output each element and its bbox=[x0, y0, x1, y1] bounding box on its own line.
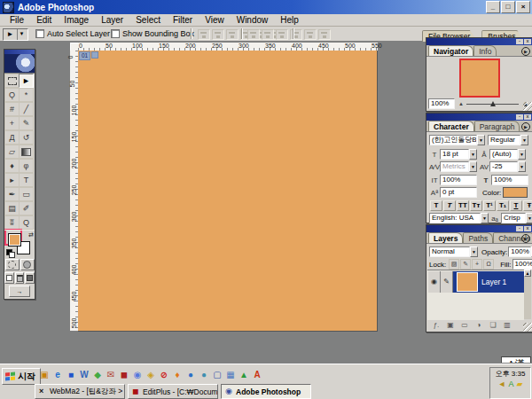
layer-thumbnail[interactable] bbox=[457, 272, 478, 292]
path-selection-tool[interactable]: ▸ bbox=[4, 173, 20, 187]
tracking-field[interactable]: -25 bbox=[489, 161, 518, 172]
tool-preset-picker[interactable]: ► ▼ bbox=[3, 28, 28, 41]
chevron-down-icon[interactable]: ▼ bbox=[469, 149, 477, 160]
antialias-select[interactable]: Crisp bbox=[501, 213, 526, 223]
font-style-select[interactable]: Regular bbox=[488, 135, 520, 145]
fill-field[interactable]: 100% bbox=[512, 259, 532, 270]
layers-scrollbar[interactable]: ▲ bbox=[524, 270, 531, 319]
chevron-down-icon[interactable]: ▼ bbox=[481, 213, 489, 223]
healing-brush-tool[interactable]: + bbox=[4, 116, 20, 130]
clone-stamp-tool[interactable]: Д bbox=[4, 130, 20, 145]
ime-korean-icon[interactable]: A bbox=[508, 379, 513, 388]
notes-tool[interactable]: ▤ bbox=[4, 201, 20, 215]
history-brush-tool[interactable]: ↺ bbox=[19, 130, 34, 145]
chevron-down-icon[interactable]: ▼ bbox=[526, 213, 532, 223]
panel-resize-grip[interactable] bbox=[523, 102, 532, 111]
network-icon[interactable]: ▦ bbox=[225, 370, 236, 380]
navigator-zoom-field[interactable]: 100% bbox=[428, 98, 455, 109]
distribute-top-edges-icon[interactable] bbox=[247, 29, 260, 40]
image-viewer-icon[interactable]: ▣ bbox=[39, 370, 50, 380]
language-select[interactable]: English: USA bbox=[429, 213, 481, 223]
checkbox-icon[interactable] bbox=[35, 29, 44, 38]
panel-title-bar[interactable]: - x bbox=[426, 38, 532, 45]
zoom-tool[interactable]: Q bbox=[19, 215, 34, 230]
faux-italic-button[interactable]: T bbox=[443, 200, 456, 211]
tab-navigator[interactable]: Navigator bbox=[428, 45, 473, 56]
align-vertical-centers-icon[interactable] bbox=[212, 29, 224, 40]
layer-name[interactable]: Layer 1 bbox=[481, 278, 506, 286]
panel-menu-icon[interactable]: ▶ bbox=[521, 47, 530, 56]
panel-minimize-icon[interactable]: - bbox=[516, 114, 523, 120]
lock-transparency-icon[interactable]: ▨ bbox=[449, 259, 459, 270]
eraser-tool[interactable]: ▱ bbox=[4, 145, 20, 159]
close-icon[interactable]: × bbox=[516, 1, 530, 13]
delete-layer-icon[interactable]: ▥ bbox=[500, 321, 514, 329]
panel-close-icon[interactable]: x bbox=[524, 39, 531, 44]
leading-field[interactable]: (Auto) bbox=[489, 149, 518, 160]
horizontal-scale-field[interactable]: 100% bbox=[491, 175, 528, 185]
imageready-icon[interactable]: → bbox=[9, 286, 30, 297]
layer-mask-icon[interactable]: ▣ bbox=[443, 321, 458, 329]
new-layer-icon[interactable]: ❏ bbox=[486, 321, 500, 329]
maximize-icon[interactable]: □ bbox=[501, 1, 515, 13]
green-a-icon[interactable]: ▲ bbox=[239, 370, 249, 380]
document-canvas[interactable]: 01 bbox=[78, 51, 378, 332]
menu-image[interactable]: Image bbox=[58, 15, 95, 25]
tab-info[interactable]: Info bbox=[473, 45, 497, 56]
taskbar-window-adobe-photoshop[interactable]: ◉Adobe Photoshop bbox=[221, 384, 311, 399]
fullscreen-icon[interactable] bbox=[25, 272, 35, 284]
eyedropper-tool[interactable]: ✐ bbox=[19, 201, 34, 215]
foreground-color-swatch[interactable] bbox=[8, 233, 21, 246]
mail-icon[interactable]: ✉ bbox=[106, 370, 116, 380]
gradient-tool[interactable] bbox=[19, 145, 34, 159]
folder-tool-icon[interactable]: ▰ bbox=[517, 379, 523, 388]
menu-edit[interactable]: Edit bbox=[30, 15, 58, 25]
superscript-button[interactable]: T¹ bbox=[483, 200, 496, 211]
lock-position-icon[interactable]: + bbox=[472, 259, 482, 270]
chevron-down-icon[interactable]: ▼ bbox=[469, 161, 477, 172]
default-colors-icon[interactable] bbox=[6, 249, 13, 256]
fullscreen-menu-icon[interactable] bbox=[15, 272, 25, 284]
menu-file[interactable]: File bbox=[4, 15, 30, 25]
menu-help[interactable]: Help bbox=[274, 15, 305, 25]
checkbox-icon[interactable] bbox=[111, 29, 120, 38]
blur-tool[interactable]: ♦ bbox=[4, 159, 20, 173]
title-bar[interactable]: Adobe Photoshop _ □ × bbox=[0, 0, 532, 14]
panel-minimize-icon[interactable]: - bbox=[516, 39, 523, 44]
dodge-tool[interactable]: φ bbox=[19, 159, 34, 173]
distribute-bottom-edges-icon[interactable] bbox=[276, 29, 288, 40]
layer-row[interactable]: ◉ ✎ Layer 1 bbox=[428, 271, 525, 293]
flame-icon[interactable]: ♦ bbox=[172, 370, 183, 380]
auto-select-layer-checkbox[interactable]: Auto Select Layer bbox=[35, 29, 110, 38]
visibility-eye-icon[interactable]: ◉ bbox=[428, 271, 441, 293]
lock-all-icon[interactable]: Ω bbox=[483, 259, 494, 270]
layer-style-icon[interactable]: ƒ. bbox=[429, 321, 443, 329]
panel-close-icon[interactable]: x bbox=[524, 226, 531, 231]
slice-tool[interactable]: ╱ bbox=[19, 102, 34, 116]
messenger-icon[interactable]: ◆ bbox=[92, 370, 103, 380]
opacity-field[interactable]: 100% bbox=[508, 246, 531, 257]
panel-title-bar[interactable]: - x bbox=[426, 225, 532, 232]
align-top-edges-icon[interactable] bbox=[198, 29, 210, 40]
tab-paths[interactable]: Paths bbox=[463, 232, 493, 243]
show-bounding-box-checkbox[interactable]: Show Bounding Box bbox=[111, 29, 194, 38]
distribute-vertical-centers-icon[interactable] bbox=[262, 29, 274, 40]
lock-image-icon[interactable]: ✎ bbox=[460, 259, 471, 270]
faux-bold-button[interactable]: T bbox=[430, 200, 442, 211]
menu-layer[interactable]: Layer bbox=[95, 15, 129, 25]
panel-minimize-icon[interactable]: - bbox=[516, 226, 523, 231]
underline-button[interactable]: T bbox=[510, 200, 522, 211]
panel-menu-icon[interactable]: ▶ bbox=[521, 234, 530, 243]
lasso-tool[interactable]: Ǫ bbox=[4, 88, 20, 102]
start-button[interactable]: 시작 bbox=[2, 368, 41, 385]
tray-clock[interactable]: 오후 3:35 bbox=[490, 368, 530, 379]
panel-close-icon[interactable]: x bbox=[524, 114, 531, 120]
magic-wand-tool[interactable]: * bbox=[19, 88, 34, 102]
media-app-icon[interactable]: W bbox=[79, 370, 90, 380]
pen-tool[interactable]: ✒ bbox=[4, 187, 20, 201]
chevron-down-icon[interactable]: ▼ bbox=[477, 135, 485, 145]
internet-explorer-icon[interactable]: e bbox=[52, 370, 63, 380]
font-size-field[interactable]: 18 pt bbox=[440, 149, 469, 160]
menu-window[interactable]: Window bbox=[231, 15, 275, 25]
panel-resize-grip[interactable] bbox=[523, 323, 532, 332]
